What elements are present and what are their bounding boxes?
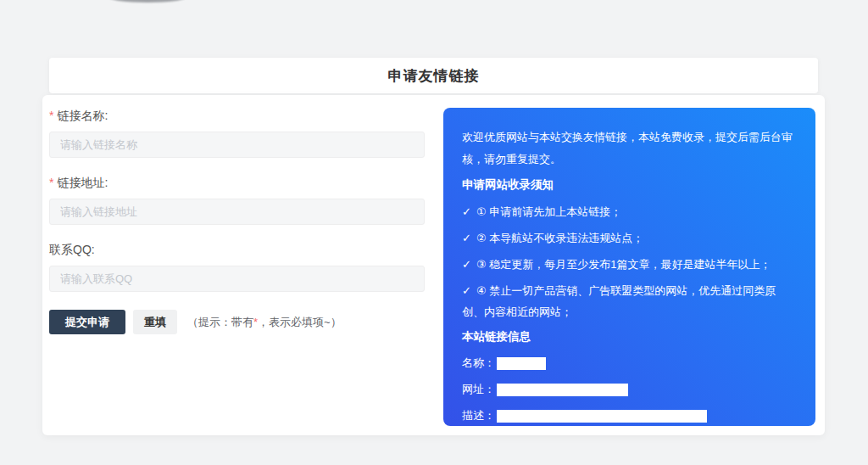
required-star: * bbox=[49, 176, 53, 189]
page-title: 申请友情链接 bbox=[388, 66, 480, 86]
page: 申请友情链接 *链接名称: *链接地址: 联系QQ: 提交申请 重填 （提示：带… bbox=[0, 0, 868, 465]
check-icon: ✓ bbox=[462, 205, 471, 218]
form-actions: 提交申请 重填 （提示：带有*，表示必填项~） bbox=[49, 310, 425, 334]
rule-text: ② 本导航站不收录违法违规站点； bbox=[476, 232, 643, 244]
required-hint-suffix: ，表示必填项~） bbox=[258, 316, 342, 328]
rule-text: ④ 禁止一切产品营销、广告联盟类型的网站，优先通过同类原创、内容相近的网站； bbox=[462, 284, 776, 318]
redacted-site-desc bbox=[497, 410, 707, 423]
page-header: 申请友情链接 bbox=[49, 58, 818, 93]
notice-title: 申请网站收录须知 bbox=[462, 177, 797, 193]
rule-item: ✓① 申请前请先加上本站链接； bbox=[462, 201, 797, 222]
scrolled-header-artifact bbox=[109, 0, 186, 3]
required-hint-prefix: （提示：带有 bbox=[187, 316, 253, 328]
content-card: *链接名称: *链接地址: 联系QQ: 提交申请 重填 （提示：带有*，表示必填… bbox=[42, 95, 825, 435]
redacted-site-url bbox=[497, 384, 628, 396]
check-icon: ✓ bbox=[462, 258, 471, 271]
site-name-row: 名称： bbox=[462, 356, 797, 371]
exchange-info-panel: 欢迎优质网站与本站交换友情链接，本站免费收录，提交后需后台审核，请勿重复提交。 … bbox=[443, 108, 815, 426]
rule-text: ③ 稳定更新，每月至少发布1篇文章，最好是建站半年以上； bbox=[476, 258, 771, 271]
rule-text: ① 申请前请先加上本站链接； bbox=[476, 205, 621, 218]
redacted-site-name bbox=[497, 357, 546, 370]
site-url-label: 网址： bbox=[462, 382, 495, 397]
site-desc-label: 描述： bbox=[462, 408, 495, 423]
link-apply-form: *链接名称: *链接地址: 联系QQ: 提交申请 重填 （提示：带有*，表示必填… bbox=[49, 109, 425, 334]
site-desc-row: 描述： bbox=[462, 408, 797, 423]
contact-qq-label-text: 联系QQ: bbox=[49, 243, 95, 256]
field-link-name: *链接名称: bbox=[49, 109, 425, 158]
contact-qq-input[interactable] bbox=[49, 266, 425, 292]
link-url-input[interactable] bbox=[49, 199, 425, 225]
link-name-label-text: 链接名称: bbox=[57, 109, 108, 122]
rule-item: ✓③ 稳定更新，每月至少发布1篇文章，最好是建站半年以上； bbox=[462, 254, 797, 275]
contact-qq-label: 联系QQ: bbox=[49, 243, 425, 258]
rule-item: ✓④ 禁止一切产品营销、广告联盟类型的网站，优先通过同类原创、内容相近的网站； bbox=[462, 280, 797, 322]
required-star: * bbox=[49, 109, 53, 122]
panel-intro: 欢迎优质网站与本站交换友情链接，本站免费收录，提交后需后台审核，请勿重复提交。 bbox=[462, 126, 797, 171]
site-info-title: 本站链接信息 bbox=[462, 329, 797, 345]
check-icon: ✓ bbox=[462, 284, 471, 297]
link-url-label: *链接地址: bbox=[49, 176, 425, 191]
site-name-label: 名称： bbox=[462, 356, 495, 371]
field-link-url: *链接地址: bbox=[49, 176, 425, 225]
link-name-input[interactable] bbox=[49, 132, 425, 158]
submit-button[interactable]: 提交申请 bbox=[49, 310, 125, 334]
link-name-label: *链接名称: bbox=[49, 109, 425, 124]
required-hint: （提示：带有*，表示必填项~） bbox=[187, 315, 342, 330]
field-contact-qq: 联系QQ: bbox=[49, 243, 425, 292]
link-url-label-text: 链接地址: bbox=[57, 176, 108, 189]
check-icon: ✓ bbox=[462, 232, 471, 244]
reset-button[interactable]: 重填 bbox=[133, 310, 177, 334]
site-url-row: 网址： bbox=[462, 382, 797, 397]
rule-item: ✓② 本导航站不收录违法违规站点； bbox=[462, 227, 797, 249]
